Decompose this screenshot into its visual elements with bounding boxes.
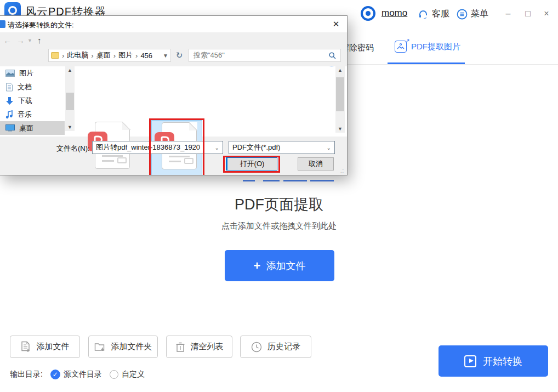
scroll-down-icon[interactable]: ▼	[65, 123, 75, 131]
scroll-up-icon[interactable]: ▲	[65, 66, 75, 74]
footer-clear-list-button[interactable]: 清空列表	[166, 336, 232, 358]
nav-history-caret[interactable]: ▼	[27, 38, 32, 43]
breadcrumb-separator: ›	[135, 52, 138, 60]
sidebar-item-music[interactable]: 音乐	[0, 107, 65, 121]
breadcrumb-separator: ›	[61, 52, 65, 60]
image-extract-icon: ➚	[395, 41, 407, 53]
sidebar-scrollbar[interactable]: ▲ ▼	[65, 66, 75, 131]
radio-unchecked-icon	[110, 370, 118, 379]
sidebar-item-pictures[interactable]: 图片	[0, 66, 65, 80]
search-input[interactable]: 搜索"456"	[189, 49, 341, 62]
output-source-option[interactable]: ✓ 源文件目录	[50, 370, 102, 379]
red-annotation-box-open	[223, 156, 280, 173]
desktop-icon	[5, 124, 15, 132]
maximize-button[interactable]: □	[522, 8, 534, 20]
menu-icon	[457, 9, 468, 20]
user-avatar-icon[interactable]	[361, 6, 375, 21]
hidden-link-underline	[263, 180, 280, 181]
dialog-close-button[interactable]: ✕	[328, 18, 344, 30]
support-button[interactable]: 客服	[418, 8, 449, 20]
chevron-down-icon[interactable]: ⌄	[327, 145, 331, 151]
red-annotation-box-file	[149, 118, 204, 175]
add-files-main-button[interactable]: + 添加文件	[225, 250, 334, 281]
nav-forward-button[interactable]: →	[16, 36, 25, 45]
search-text: 搜索"456"	[193, 50, 225, 60]
tab-pdf-extract-images[interactable]: ➚ PDF提取图片	[395, 41, 460, 53]
close-button[interactable]: ×	[540, 8, 553, 20]
breadcrumb-separator: ›	[113, 52, 116, 60]
footer-history-label: 历史记录	[267, 342, 300, 352]
add-files-label: 添加文件	[266, 259, 305, 272]
nav-back-button[interactable]: ←	[3, 36, 12, 45]
footer-add-file-label: 添加文件	[37, 342, 70, 352]
filelist-scrollbar[interactable]: ▲ ▼	[335, 66, 345, 133]
menu-button[interactable]: 菜单	[457, 8, 488, 20]
start-convert-button[interactable]: 开始转换	[439, 345, 548, 377]
tab-label: PDF提取图片	[411, 42, 460, 52]
footer-add-folder-button[interactable]: 添加文件夹	[88, 336, 158, 358]
breadcrumb-456[interactable]: 456	[140, 52, 152, 60]
address-dropdown-caret[interactable]: ▼	[163, 53, 168, 59]
footer-add-folder-label: 添加文件夹	[111, 342, 152, 352]
dialog-body: 图片 文档 下载 音乐 桌面 ▲ ▼	[0, 66, 348, 137]
output-custom-label: 自定义	[122, 370, 145, 379]
file-open-dialog: 请选择要转换的文件: ✕ ← → ▼ ↑ › 此电脑 › 桌面 › 图片 › 4…	[0, 15, 348, 175]
minimize-button[interactable]: –	[502, 8, 514, 20]
clock-icon	[251, 342, 262, 353]
start-convert-label: 开始转换	[483, 355, 522, 368]
sidebar-label: 下载	[18, 96, 32, 106]
dialog-title: 请选择要转换的文件:	[8, 20, 74, 30]
scroll-down-icon[interactable]: ▼	[335, 125, 345, 133]
music-icon	[5, 110, 13, 119]
resize-grip[interactable]: ......	[337, 167, 344, 174]
username-link[interactable]: momo	[382, 8, 407, 19]
document-plus-icon	[21, 341, 31, 353]
breadcrumb-separator: ›	[90, 52, 94, 60]
downloads-icon	[5, 96, 14, 105]
pictures-icon	[5, 70, 15, 77]
nav-up-button[interactable]: ↑	[37, 36, 42, 45]
active-tab-underline	[388, 63, 465, 64]
filetype-value: PDF文件(*.pdf)	[232, 143, 280, 152]
sidebar-item-desktop[interactable]: 桌面	[0, 121, 65, 135]
documents-icon	[5, 83, 13, 92]
scroll-up-icon[interactable]: ▲	[335, 66, 345, 74]
menu-label: 菜单	[471, 8, 488, 20]
drop-hint-text: 点击添加文件或拖拽文件到此处	[0, 221, 558, 231]
sidebar-label: 音乐	[18, 110, 32, 120]
breadcrumb-this-pc[interactable]: 此电脑	[67, 50, 88, 60]
scrollbar-thumb[interactable]	[66, 93, 74, 110]
search-icon	[329, 52, 336, 59]
play-icon	[464, 355, 476, 367]
page-title: PDF页面提取	[0, 195, 558, 214]
sidebar-item-documents[interactable]: 文档	[0, 80, 65, 94]
cancel-button[interactable]: 取消	[298, 157, 334, 171]
footer-add-file-button[interactable]: 添加文件	[10, 336, 80, 358]
file-name: 4	[88, 174, 132, 175]
trash-icon	[175, 342, 185, 353]
breadcrumb-desktop[interactable]: 桌面	[96, 50, 111, 60]
folder-icon	[51, 52, 59, 59]
filename-label: 文件名(N):	[56, 144, 90, 154]
dialog-app-icon	[0, 20, 5, 28]
headset-icon	[418, 9, 429, 20]
support-label: 客服	[432, 8, 449, 20]
plus-icon: +	[254, 259, 261, 273]
footer-clear-list-label: 清空列表	[191, 342, 224, 352]
filetype-select[interactable]: PDF文件(*.pdf) ⌄	[229, 141, 335, 154]
scrollbar-thumb[interactable]	[336, 77, 344, 111]
output-label: 输出目录:	[10, 370, 43, 379]
chevron-down-icon[interactable]: ⌄	[215, 145, 219, 151]
output-custom-option[interactable]: 自定义	[110, 370, 145, 379]
address-bar[interactable]: › 此电脑 › 桌面 › 图片 › 456 ▼	[48, 49, 171, 62]
breadcrumb-pictures[interactable]: 图片	[118, 50, 133, 60]
folder-plus-icon	[94, 342, 106, 352]
sidebar-label: 文档	[18, 82, 32, 92]
refresh-button[interactable]: ↻	[172, 49, 186, 62]
sidebar-label: 桌面	[19, 123, 33, 133]
hidden-link-underline	[243, 180, 255, 181]
footer-history-button[interactable]: 历史记录	[240, 336, 311, 358]
radio-checked-icon: ✓	[50, 370, 60, 379]
dialog-titlebar[interactable]: 请选择要转换的文件: ✕	[0, 16, 347, 32]
sidebar-item-downloads[interactable]: 下载	[0, 94, 65, 107]
